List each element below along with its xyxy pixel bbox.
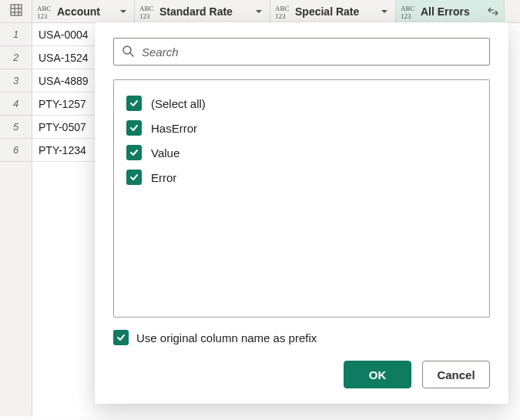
table-icon	[9, 3, 23, 19]
row-number[interactable]: 2	[0, 46, 32, 69]
chevron-down-icon[interactable]	[117, 8, 129, 15]
header-filler	[505, 0, 520, 23]
svg-point-15	[123, 46, 131, 54]
select-all-corner[interactable]	[0, 0, 32, 23]
datatype-any-icon: ABC123	[401, 4, 418, 19]
search-input[interactable]	[140, 45, 481, 59]
column-options-list: (Select all) HasError Value Error	[113, 79, 490, 318]
column-label: All Errors	[421, 5, 484, 18]
option-1[interactable]: HasError	[125, 116, 478, 140]
option-label: Error	[151, 171, 176, 184]
svg-text:ABC: ABC	[139, 5, 154, 12]
column-header-2[interactable]: ABC123 Special Rate	[270, 0, 396, 23]
search-icon	[122, 45, 134, 59]
ok-button[interactable]: OK	[344, 361, 411, 388]
option-0[interactable]: (Select all)	[125, 91, 478, 116]
empty-rownum	[0, 208, 32, 231]
row-number[interactable]: 6	[0, 139, 32, 162]
checkbox-checked-icon	[126, 120, 142, 136]
svg-text:ABC: ABC	[37, 5, 52, 12]
empty-rownum	[0, 347, 32, 370]
checkbox-checked-icon	[126, 96, 142, 111]
expand-icon[interactable]	[487, 6, 499, 17]
datatype-any-icon: ABC123	[139, 4, 156, 19]
checkbox-checked-icon	[113, 330, 129, 345]
search-input-wrapper[interactable]	[113, 38, 490, 66]
datatype-any-icon: ABC123	[37, 4, 54, 19]
svg-text:123: 123	[37, 12, 48, 19]
expand-column-popup: (Select all) HasError Value Error Use or…	[95, 22, 508, 404]
option-2[interactable]: Value	[125, 140, 478, 165]
option-3[interactable]: Error	[125, 165, 478, 190]
column-label: Special Rate	[295, 5, 375, 18]
svg-line-16	[130, 53, 133, 56]
svg-text:123: 123	[401, 12, 411, 19]
prefix-label: Use original column name as prefix	[136, 331, 317, 344]
cancel-button[interactable]: Cancel	[422, 361, 490, 388]
option-label: (Select all)	[151, 97, 206, 110]
empty-rownum	[0, 162, 32, 185]
svg-rect-0	[11, 5, 22, 15]
prefix-option[interactable]: Use original column name as prefix	[113, 330, 490, 345]
chevron-down-icon[interactable]	[253, 8, 265, 15]
empty-rownum	[0, 324, 32, 347]
svg-text:ABC: ABC	[275, 5, 290, 12]
checkbox-checked-icon	[126, 170, 142, 185]
option-label: Value	[151, 146, 179, 160]
empty-rownum	[0, 254, 32, 277]
empty-rownum	[0, 301, 32, 324]
empty-rownum	[0, 277, 32, 301]
row-number[interactable]: 1	[0, 23, 32, 46]
row-number[interactable]: 3	[0, 69, 32, 92]
empty-rownum	[0, 231, 32, 254]
column-header-0[interactable]: ABC123 Account	[32, 0, 135, 23]
column-header-3[interactable]: ABC123 All Errors	[396, 0, 505, 23]
svg-text:ABC: ABC	[401, 5, 415, 12]
empty-rownum	[0, 185, 32, 208]
column-header-1[interactable]: ABC123 Standard Rate	[135, 0, 270, 23]
datatype-any-icon: ABC123	[275, 4, 292, 19]
checkbox-checked-icon	[126, 145, 142, 160]
svg-text:123: 123	[139, 12, 150, 19]
column-label: Account	[57, 5, 114, 18]
svg-text:123: 123	[275, 12, 286, 19]
empty-rownum	[0, 370, 32, 393]
empty-rownum	[0, 393, 32, 416]
option-label: HasError	[151, 122, 197, 135]
row-number[interactable]: 4	[0, 92, 32, 116]
column-label: Standard Rate	[159, 5, 250, 18]
dialog-buttons: OK Cancel	[113, 361, 490, 388]
row-number[interactable]: 5	[0, 116, 32, 139]
chevron-down-icon[interactable]	[378, 8, 391, 15]
